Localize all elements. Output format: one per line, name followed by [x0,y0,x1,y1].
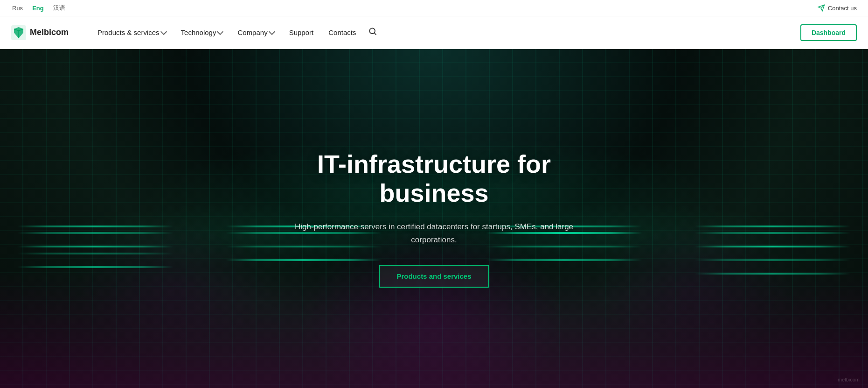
hero-title: IT-infrastructure for business [280,149,588,207]
nav-right: Dashboard [800,24,857,41]
lang-eng-button[interactable]: Eng [31,3,45,14]
search-button[interactable] [364,23,381,42]
language-switcher: Rus Eng 汉语 [11,2,66,14]
top-bar: Rus Eng 汉语 Contact us [0,0,868,16]
logo-icon [11,25,26,40]
lang-zh-button[interactable]: 汉语 [52,2,66,14]
nav-links: Products & services Technology Company S… [91,23,800,42]
nav-contacts[interactable]: Contacts [322,25,362,40]
svg-point-1 [370,28,375,34]
logo-text: Melbicom [30,28,69,37]
company-chevron-icon [269,28,275,35]
hero-cta-button[interactable]: Products and services [379,265,489,288]
contact-us-link[interactable]: Contact us [818,4,857,12]
hero-subtitle: High-performance servers in certified da… [280,220,588,246]
search-icon [368,27,377,36]
products-chevron-icon [160,28,167,35]
hero-section: IT-infrastructure for business High-perf… [0,49,868,388]
nav-technology[interactable]: Technology [174,25,229,40]
nav-products-services[interactable]: Products & services [91,25,173,40]
logo[interactable]: Melbicom [11,25,69,40]
mail-icon [818,4,825,12]
main-navbar: Melbicom Products & services Technology … [0,16,868,49]
dashboard-button[interactable]: Dashboard [800,24,857,41]
hero-watermark: melbicom [838,377,860,382]
hero-content: IT-infrastructure for business High-perf… [271,149,597,288]
contact-us-label: Contact us [828,5,857,12]
lang-rus-button[interactable]: Rus [11,3,24,14]
technology-chevron-icon [217,28,223,35]
nav-company[interactable]: Company [231,25,280,40]
nav-support[interactable]: Support [283,25,320,40]
